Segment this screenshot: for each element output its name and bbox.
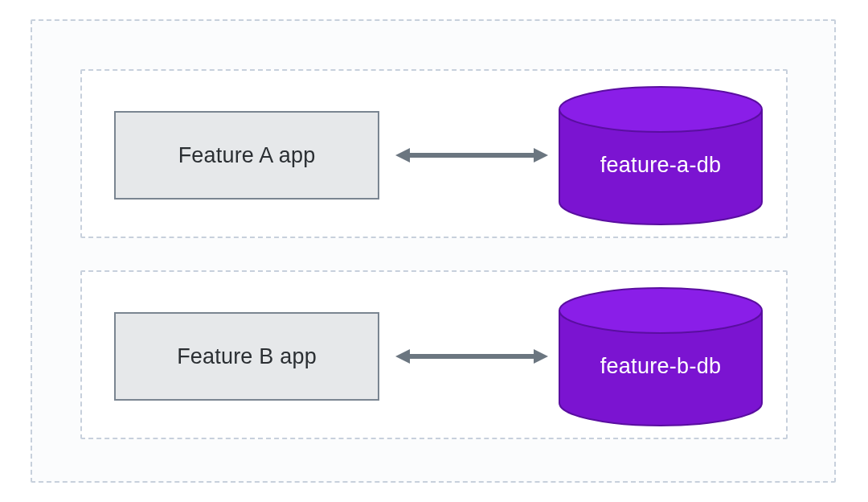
- db-label-b: feature-b-db: [556, 354, 765, 379]
- svg-marker-10: [534, 349, 548, 364]
- db-label-a: feature-a-db: [556, 153, 765, 178]
- svg-point-7: [559, 87, 762, 132]
- outer-container: Feature A app feature-a-db Feature B app: [31, 19, 836, 483]
- app-box-a: Feature A app: [114, 111, 379, 200]
- database-cylinder-b: feature-b-db: [556, 286, 765, 427]
- bidirectional-arrow-icon: [395, 145, 548, 166]
- bidirectional-arrow-icon: [395, 346, 548, 367]
- svg-point-15: [559, 288, 762, 333]
- app-label-a: Feature A app: [178, 143, 316, 168]
- svg-marker-1: [395, 148, 410, 163]
- feature-row-a: Feature A app feature-a-db: [80, 69, 788, 238]
- feature-row-b: Feature B app feature-b-db: [80, 270, 788, 439]
- app-label-b: Feature B app: [177, 344, 317, 369]
- database-cylinder-a: feature-a-db: [556, 85, 765, 226]
- app-box-b: Feature B app: [114, 312, 379, 401]
- svg-marker-2: [534, 148, 548, 163]
- svg-marker-9: [395, 349, 410, 364]
